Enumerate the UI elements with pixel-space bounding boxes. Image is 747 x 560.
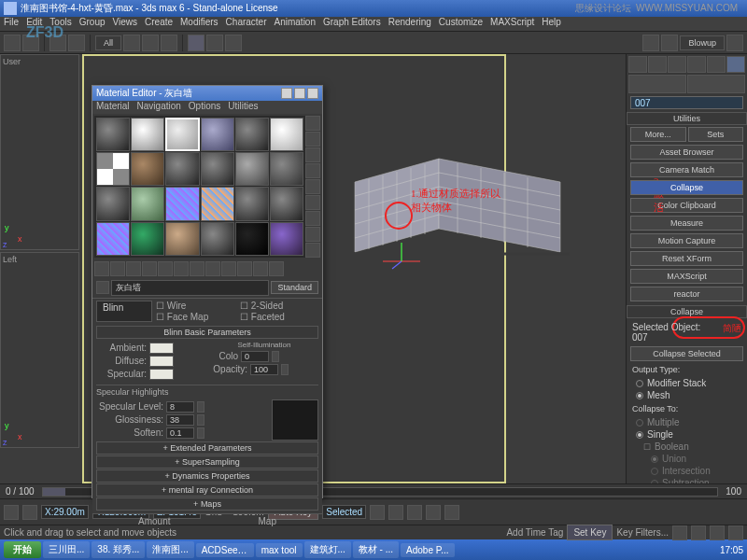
taskbar-item[interactable]: 教材 - ... — [353, 541, 399, 558]
select-region-button[interactable] — [161, 35, 177, 51]
maximize-icon[interactable] — [294, 88, 305, 99]
rollup-supersampling[interactable]: SuperSampling — [96, 455, 318, 469]
material-swatches[interactable] — [94, 116, 305, 258]
snap-icon[interactable] — [22, 505, 37, 520]
pick-material-icon[interactable] — [96, 281, 109, 294]
sample-type-icon[interactable] — [305, 116, 320, 131]
quickrender-button[interactable] — [661, 35, 678, 51]
camera-match-button[interactable]: Camera Match — [630, 162, 743, 177]
menu-create[interactable]: Create — [145, 17, 173, 31]
scale-button[interactable] — [225, 35, 242, 51]
backlight-icon[interactable] — [305, 132, 320, 147]
radio-mesh[interactable]: Mesh — [636, 390, 738, 400]
mateffects-icon[interactable] — [205, 261, 220, 276]
util-sub-icon[interactable] — [628, 75, 686, 93]
object-name-field[interactable]: 007 — [630, 96, 743, 109]
tab-motion-icon[interactable] — [687, 56, 706, 73]
spinner-icon[interactable] — [197, 401, 204, 413]
spinner-icon[interactable] — [272, 351, 279, 362]
soften-value[interactable]: 0.1 — [166, 427, 194, 439]
swatch[interactable] — [270, 152, 303, 186]
timeline-head[interactable] — [43, 488, 65, 496]
rollup-dynamics[interactable]: Dynamics Properties — [96, 469, 318, 483]
mated-menu-nav[interactable]: Navigation — [137, 101, 181, 114]
undo-button[interactable] — [4, 35, 21, 51]
swatch[interactable] — [235, 152, 269, 186]
taskbar-item[interactable]: max tool — [256, 543, 303, 557]
mated-menu-material[interactable]: Material — [96, 101, 130, 114]
setkey-button[interactable]: Set Key — [567, 525, 613, 540]
get-material-icon[interactable] — [94, 261, 109, 276]
speclevel-value[interactable]: 8 — [166, 401, 194, 413]
menu-views[interactable]: Views — [113, 17, 138, 31]
swatch[interactable] — [96, 152, 130, 186]
select-name-button[interactable] — [142, 35, 159, 51]
material-name-field[interactable]: 灰白墙 — [111, 280, 269, 296]
video-check-icon[interactable] — [305, 179, 320, 194]
swatch[interactable] — [96, 222, 130, 256]
asset-browser-button[interactable]: Asset Browser — [630, 145, 743, 160]
tab-display-icon[interactable] — [707, 56, 726, 73]
taskbar-item[interactable]: 淮南图... — [147, 541, 193, 558]
menu-grapheditors[interactable]: Graph Editors — [323, 17, 381, 31]
swatch[interactable] — [131, 118, 164, 151]
taskbar-item[interactable]: Adobe P... — [401, 543, 454, 557]
options-icon[interactable] — [305, 211, 320, 226]
reset-xform-button[interactable]: Reset XForm — [630, 251, 743, 266]
swatch[interactable] — [165, 152, 199, 186]
menu-customize[interactable]: Customize — [439, 17, 483, 31]
gloss-value[interactable]: 38 — [166, 414, 194, 426]
coord-x[interactable]: X:29.00m — [41, 505, 89, 519]
start-button[interactable]: 开始 — [4, 541, 41, 558]
swatch[interactable] — [165, 187, 199, 220]
opacity-value[interactable]: 100 — [250, 364, 278, 375]
maxscript-button[interactable]: MAXScript — [630, 269, 743, 284]
add-time-tag[interactable]: Add Time Tag — [506, 527, 563, 538]
select-by-mat-icon[interactable] — [305, 227, 320, 242]
show-end-icon[interactable] — [237, 261, 252, 276]
ambient-swatch[interactable] — [149, 343, 174, 354]
menu-help[interactable]: Help — [542, 17, 561, 31]
menu-maxscript[interactable]: MAXScript — [490, 17, 534, 31]
menu-modifiers[interactable]: Modifiers — [180, 17, 218, 31]
select-button[interactable] — [123, 35, 140, 51]
matlib-icon[interactable] — [305, 243, 320, 258]
rotate-button[interactable] — [206, 35, 223, 51]
sample-uv-icon[interactable] — [305, 163, 320, 178]
swatch[interactable] — [96, 118, 130, 151]
unlink-button[interactable] — [68, 35, 85, 51]
make-copy-icon[interactable] — [158, 261, 173, 276]
play-next-icon[interactable] — [426, 505, 441, 520]
chk-2sided[interactable]: ☐ 2-Sided — [240, 301, 318, 311]
play-icon[interactable] — [407, 505, 422, 520]
swatch[interactable] — [96, 187, 130, 220]
nav-pan-icon[interactable] — [672, 525, 687, 540]
swatch[interactable] — [270, 222, 303, 256]
taskbar-item[interactable]: 三川田... — [43, 541, 90, 558]
swatch[interactable] — [235, 187, 269, 220]
rollup-utilities-header[interactable]: Utilities — [627, 112, 747, 125]
swatch[interactable] — [235, 118, 269, 151]
lock-icon[interactable] — [4, 505, 19, 520]
rollup-maps[interactable]: Maps — [96, 497, 318, 511]
swatch[interactable] — [131, 187, 164, 220]
reactor-button[interactable]: reactor — [630, 287, 743, 301]
menu-animation[interactable]: Animation — [275, 17, 316, 31]
motion-capture-button[interactable]: Motion Capture — [630, 233, 743, 248]
taskbar-item[interactable]: ACDSee ... — [196, 543, 254, 557]
make-preview-icon[interactable] — [305, 195, 320, 210]
reset-map-icon[interactable] — [142, 261, 157, 276]
main-menu[interactable]: File Edit Tools Group Views Create Modif… — [0, 17, 747, 32]
selfillum-value[interactable]: 0 — [241, 351, 269, 362]
selection-filter[interactable]: All — [95, 35, 121, 50]
move-button[interactable] — [188, 35, 204, 51]
chk-faceted[interactable]: ☐ Faceted — [240, 312, 318, 322]
material-type-button[interactable]: Standard — [271, 281, 318, 294]
play-end-icon[interactable] — [444, 505, 459, 520]
menu-file[interactable]: File — [4, 17, 19, 31]
shader-dropdown[interactable]: Blinn — [96, 301, 152, 322]
play-prev-icon[interactable] — [388, 505, 403, 520]
mated-menu-options[interactable]: Options — [189, 101, 220, 114]
menu-rendering[interactable]: Rendering — [388, 17, 431, 31]
render-button[interactable] — [642, 35, 659, 51]
